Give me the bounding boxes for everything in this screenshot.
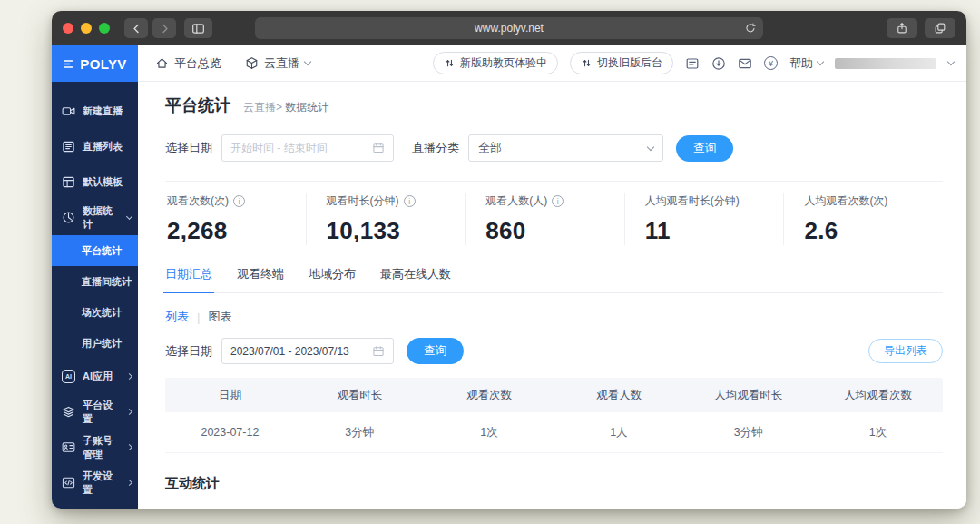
app-body: 新建直播 直播列表 默认模板 数据统计 平台统计 直播间统计 场 bbox=[52, 82, 966, 509]
stat-label: 人均观看时长(分钟) bbox=[645, 193, 740, 209]
list-date-range-picker[interactable] bbox=[221, 338, 394, 364]
cell-avg-views: 1次 bbox=[813, 425, 943, 440]
list-query-button[interactable]: 查询 bbox=[407, 338, 464, 364]
sidebar-item-default-template[interactable]: 默认模板 bbox=[52, 164, 138, 200]
stat-view-duration: 观看时长(分钟)i 10,133 bbox=[306, 193, 466, 245]
sidebar-item-live-list[interactable]: 直播列表 bbox=[52, 129, 138, 164]
stat-value: 11 bbox=[645, 217, 784, 245]
template-icon bbox=[62, 175, 75, 189]
close-window-button[interactable] bbox=[63, 23, 74, 34]
stat-label: 观看人数(人) bbox=[485, 193, 547, 209]
breadcrumb-separator: > bbox=[276, 101, 282, 114]
sidebar: 新建直播 直播列表 默认模板 数据统计 平台统计 直播间统计 场 bbox=[52, 82, 138, 509]
mail-button[interactable] bbox=[738, 56, 752, 71]
pie-chart-icon bbox=[62, 211, 75, 224]
sidebar-subitem-user-statistics[interactable]: 用户统计 bbox=[52, 328, 138, 359]
chevron-down-icon bbox=[647, 143, 654, 150]
sidebar-item-label: 直播列表 bbox=[83, 140, 122, 153]
new-version-pill-button[interactable]: 新版助教页体验中 bbox=[433, 52, 558, 74]
chevron-right-icon bbox=[126, 444, 132, 450]
app-header: POLYV 平台总览 云直播 新版助教页体验中 切换旧版后台 bbox=[52, 45, 966, 82]
news-button[interactable] bbox=[685, 56, 700, 71]
stat-viewer-count: 观看人数(人)i 860 bbox=[465, 193, 624, 245]
back-icon bbox=[131, 23, 142, 35]
share-button[interactable] bbox=[887, 18, 917, 38]
calendar-icon bbox=[372, 142, 385, 154]
sidebar-subitem-room-statistics[interactable]: 直播间统计 bbox=[52, 266, 138, 297]
date-range-input[interactable] bbox=[230, 142, 367, 154]
sidebar-subitem-label: 场次统计 bbox=[82, 306, 122, 320]
layers-icon bbox=[62, 405, 75, 419]
info-icon[interactable]: i bbox=[404, 195, 416, 207]
sidebar-item-ai-apps[interactable]: AI AI应用 bbox=[52, 359, 138, 394]
news-icon bbox=[685, 56, 700, 71]
sidebar-item-dev-settings[interactable]: 开发设置 bbox=[52, 465, 138, 500]
view-toggle-separator: | bbox=[197, 311, 200, 324]
nav-cloud-live[interactable]: 云直播 bbox=[245, 55, 310, 72]
tab-view-terminal[interactable]: 观看终端 bbox=[237, 266, 284, 292]
chevron-down-icon bbox=[304, 58, 311, 65]
export-list-button[interactable]: 导出列表 bbox=[868, 339, 943, 363]
tab-date-summary[interactable]: 日期汇总 bbox=[165, 266, 212, 292]
sidebar-subitem-platform-statistics[interactable]: 平台统计 bbox=[52, 235, 138, 266]
logo[interactable]: POLYV bbox=[52, 45, 138, 82]
list-date-range-input[interactable] bbox=[230, 345, 367, 358]
sidebar-toggle-button[interactable] bbox=[184, 18, 212, 38]
category-select[interactable]: 全部 bbox=[468, 134, 663, 162]
info-icon[interactable]: i bbox=[552, 195, 564, 207]
url-bar[interactable]: www.polyv.net bbox=[255, 17, 763, 39]
sidebar-item-label: 子账号管理 bbox=[83, 434, 120, 461]
switch-old-version-pill-button[interactable]: 切换旧版后台 bbox=[570, 52, 673, 74]
billing-button[interactable]: ¥ bbox=[764, 56, 778, 70]
sidebar-item-subaccount-management[interactable]: 子账号管理 bbox=[52, 430, 138, 465]
download-button[interactable] bbox=[711, 56, 726, 71]
sidebar-item-label: 默认模板 bbox=[83, 175, 122, 189]
zoom-window-button[interactable] bbox=[99, 23, 110, 34]
help-menu[interactable]: 帮助 bbox=[789, 55, 823, 72]
forward-button[interactable] bbox=[152, 18, 176, 38]
date-range-picker[interactable] bbox=[221, 134, 394, 162]
sidebar-subitem-label: 平台统计 bbox=[82, 244, 122, 258]
view-toggle-chart[interactable]: 图表 bbox=[208, 309, 231, 325]
date-filter-label: 选择日期 bbox=[165, 343, 212, 360]
view-toggle-list[interactable]: 列表 bbox=[165, 309, 189, 325]
minimize-window-button[interactable] bbox=[81, 23, 92, 34]
date-summary-table: 日期 观看时长 观看次数 观看人数 人均观看时长 人均观看次数 2023-07-… bbox=[165, 378, 943, 453]
sidebar-item-label: 平台设置 bbox=[83, 399, 120, 426]
list-filter-row: 选择日期 查询 导出列表 bbox=[165, 338, 943, 364]
hamburger-icon bbox=[63, 58, 74, 70]
stat-value: 10,133 bbox=[327, 217, 466, 245]
browser-window: www.polyv.net POLYV 平台总览 bbox=[52, 11, 966, 509]
tab-max-online[interactable]: 最高在线人数 bbox=[380, 266, 451, 292]
tabs-overview-button[interactable] bbox=[925, 18, 956, 38]
sidebar-item-data-statistics[interactable]: 数据统计 bbox=[52, 200, 138, 235]
header-main: 平台总览 云直播 新版助教页体验中 切换旧版后台 bbox=[138, 45, 966, 82]
new-version-pill-label: 新版助教页体验中 bbox=[460, 55, 547, 71]
yen-icon: ¥ bbox=[769, 59, 773, 68]
col-header-date: 日期 bbox=[165, 388, 295, 403]
stat-avg-count: 人均观看次数(次) 2.6 bbox=[783, 193, 943, 245]
info-icon[interactable]: i bbox=[233, 195, 245, 207]
sidebar-item-platform-settings[interactable]: 平台设置 bbox=[52, 394, 138, 430]
chevron-right-icon bbox=[126, 480, 132, 486]
ai-icon: AI bbox=[62, 370, 75, 383]
back-button[interactable] bbox=[124, 18, 148, 38]
query-button[interactable]: 查询 bbox=[676, 135, 733, 162]
tab-region-distribution[interactable]: 地域分布 bbox=[309, 266, 356, 292]
sidebar-subitem-session-statistics[interactable]: 场次统计 bbox=[52, 297, 138, 328]
mail-icon bbox=[738, 56, 752, 71]
chevron-down-icon bbox=[817, 58, 824, 65]
reload-button[interactable] bbox=[744, 22, 757, 35]
sidebar-item-new-live[interactable]: 新建直播 bbox=[52, 94, 138, 129]
forward-icon bbox=[159, 23, 171, 35]
code-icon bbox=[62, 476, 75, 489]
sort-arrows-icon bbox=[581, 57, 593, 69]
nav-platform-overview[interactable]: 平台总览 bbox=[155, 55, 221, 72]
category-select-value: 全部 bbox=[478, 140, 502, 156]
breadcrumb-parent[interactable]: 云直播 bbox=[243, 101, 276, 114]
cube-icon bbox=[245, 56, 259, 70]
col-header-viewers: 观看人数 bbox=[554, 388, 683, 403]
switch-old-version-pill-label: 切换旧版后台 bbox=[597, 55, 662, 71]
table-row: 2023-07-12 3分钟 1次 1人 3分钟 1次 bbox=[165, 412, 943, 453]
user-account-name[interactable] bbox=[835, 58, 936, 69]
